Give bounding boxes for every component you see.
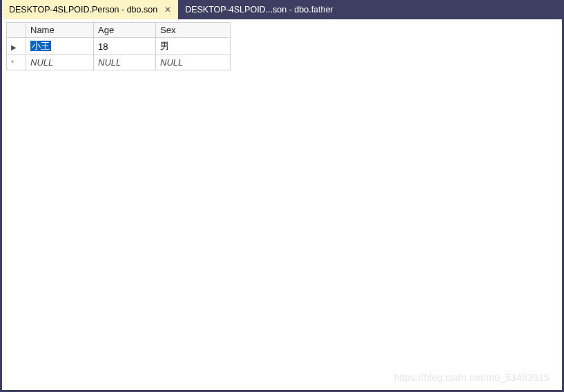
table-row[interactable]: ▶ 小王 18 男 — [7, 38, 231, 55]
content-area: Name Age Sex ▶ 小王 18 男 * NULL NULL NULL — [2, 19, 562, 73]
table-row[interactable]: * NULL NULL NULL — [7, 55, 231, 70]
cell-sex[interactable]: NULL — [156, 55, 231, 70]
column-header-name[interactable]: Name — [26, 23, 94, 38]
cell-age[interactable]: NULL — [94, 55, 156, 70]
new-row-icon: * — [11, 59, 14, 67]
cell-name[interactable]: 小王 — [26, 38, 94, 55]
tab-label: DESKTOP-4SLPOID...son - dbo.father — [185, 5, 333, 14]
cell-name[interactable]: NULL — [26, 55, 94, 70]
cell-age[interactable]: 18 — [94, 38, 156, 55]
close-icon[interactable]: ✕ — [163, 5, 173, 14]
column-header-sex[interactable]: Sex — [156, 23, 231, 38]
row-indicator: ▶ — [7, 38, 26, 55]
row-indicator: * — [7, 55, 26, 70]
pointer-icon: ▶ — [11, 43, 17, 51]
cell-sex[interactable]: 男 — [156, 38, 231, 55]
row-indicator-header[interactable] — [7, 23, 26, 38]
tab-label: DESKTOP-4SLPOID.Person - dbo.son — [9, 5, 157, 14]
header-row: Name Age Sex — [7, 23, 231, 38]
tab-bar: DESKTOP-4SLPOID.Person - dbo.son ✕ DESKT… — [2, 0, 562, 19]
null-value: NULL — [98, 57, 121, 68]
column-header-age[interactable]: Age — [94, 23, 156, 38]
null-value: NULL — [160, 57, 183, 68]
selected-cell-value: 小王 — [30, 41, 51, 51]
data-grid[interactable]: Name Age Sex ▶ 小王 18 男 * NULL NULL NULL — [6, 22, 231, 70]
tab-dbo-son[interactable]: DESKTOP-4SLPOID.Person - dbo.son ✕ — [2, 0, 178, 19]
null-value: NULL — [30, 57, 53, 68]
watermark: https://blog.csdn.net/m0_53493915 — [394, 372, 550, 383]
tab-dbo-father[interactable]: DESKTOP-4SLPOID...son - dbo.father — [178, 0, 338, 19]
